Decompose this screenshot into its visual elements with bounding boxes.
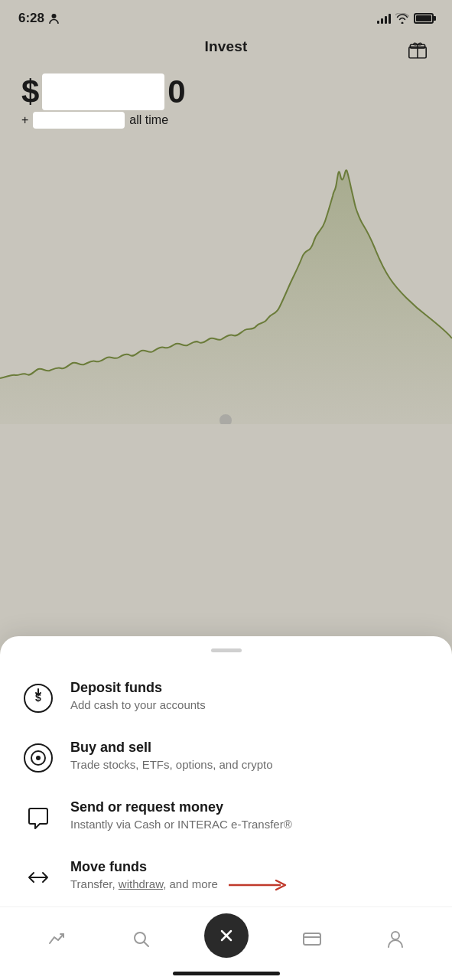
deposit-subtitle: Add cash to your accounts [70, 698, 431, 711]
portfolio-change-redacted [33, 112, 125, 129]
move-title: Move funds [70, 859, 431, 875]
move-menu-item[interactable]: Move funds Transfer, withdraw, and more [0, 847, 452, 906]
buysell-icon-wrap [21, 741, 55, 775]
signal-bars [377, 13, 391, 24]
svg-rect-12 [304, 933, 320, 945]
profile-icon [385, 928, 406, 949]
send-menu-item[interactable]: Send or request money Instantly via Cash… [0, 787, 452, 847]
portfolio-value-row: $ 0 [21, 74, 431, 110]
svg-point-14 [392, 932, 399, 939]
tab-invest[interactable] [37, 925, 77, 952]
change-plus: + [21, 113, 28, 127]
red-arrow-icon [229, 878, 290, 892]
send-icon [23, 802, 54, 833]
status-bar: 6:28 [0, 0, 452, 32]
status-time: 6:28 [18, 11, 44, 26]
portfolio-change-row: + all time [21, 112, 431, 129]
gift-button[interactable] [402, 32, 434, 64]
portfolio-value-redacted [42, 74, 164, 110]
tab-profile[interactable] [376, 925, 415, 952]
send-icon-wrap [21, 801, 55, 835]
move-menu-text: Move funds Transfer, withdraw, and more [70, 859, 431, 892]
app-title: Invest [204, 38, 247, 55]
bottom-sheet: $ Deposit funds Add cash to your account… [0, 636, 452, 980]
svg-point-9 [36, 756, 41, 760]
tab-card[interactable] [292, 925, 332, 952]
close-icon [217, 926, 236, 945]
send-title: Send or request money [70, 799, 431, 815]
dollar-sign: $ [21, 74, 39, 110]
svg-point-0 [52, 14, 57, 18]
home-indicator [173, 972, 280, 975]
status-icons [377, 13, 434, 24]
status-person-icon [49, 13, 59, 24]
tab-search[interactable] [121, 925, 161, 952]
buysell-subtitle: Trade stocks, ETFs, options, and crypto [70, 758, 431, 771]
tab-bar [0, 906, 452, 964]
send-subtitle: Instantly via Cash or INTERAC e-Transfer… [70, 818, 431, 831]
trending-up-icon [47, 928, 68, 949]
chart-area [0, 133, 452, 424]
withdraw-underline: withdraw [119, 877, 163, 890]
deposit-menu-text: Deposit funds Add cash to your accounts [70, 680, 431, 711]
portfolio-value-zero: 0 [167, 74, 185, 110]
portfolio-area: $ 0 + all time [0, 64, 452, 133]
search-icon [130, 928, 151, 949]
card-icon [301, 928, 323, 949]
buysell-title: Buy and sell [70, 740, 431, 756]
buysell-icon [23, 743, 54, 773]
buysell-menu-item[interactable]: Buy and sell Trade stocks, ETFs, options… [0, 727, 452, 787]
buysell-menu-text: Buy and sell Trade stocks, ETFs, options… [70, 740, 431, 771]
battery-icon [414, 13, 434, 24]
tab-close-button[interactable] [204, 913, 249, 958]
sheet-handle [211, 648, 242, 652]
move-subtitle: Transfer, withdraw, and more [70, 877, 431, 892]
wifi-icon [395, 13, 409, 24]
send-menu-text: Send or request money Instantly via Cash… [70, 799, 431, 831]
deposit-title: Deposit funds [70, 680, 431, 696]
deposit-icon: $ [23, 683, 54, 714]
deposit-icon-wrap: $ [21, 681, 55, 715]
gift-icon [405, 36, 430, 60]
app-header: Invest [0, 32, 452, 64]
move-icon [23, 862, 54, 893]
portfolio-chart [0, 133, 452, 424]
change-period: all time [129, 113, 168, 127]
move-icon-wrap [21, 861, 55, 894]
deposit-menu-item[interactable]: $ Deposit funds Add cash to your account… [0, 668, 452, 727]
